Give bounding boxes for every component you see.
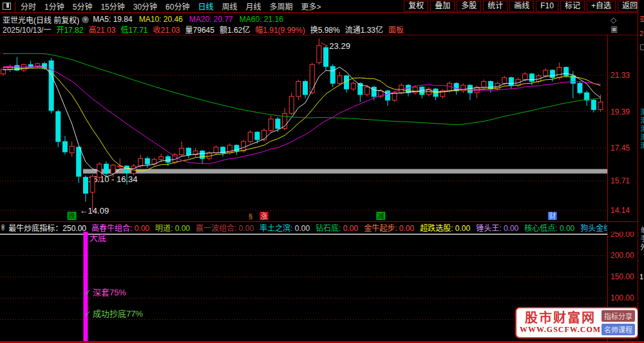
date-label: 2025/10/13/一 xyxy=(3,24,51,35)
period-tab[interactable]: 1分钟 xyxy=(44,1,64,12)
ma-value: MA60: 21.16 xyxy=(240,15,283,24)
indicator-item: 核心低点: 0.00 xyxy=(524,223,574,232)
watermark-site: 股市财富网 xyxy=(519,311,601,325)
candle-body xyxy=(509,78,513,86)
toolbar-button[interactable]: 画线 xyxy=(509,1,534,12)
candle-body xyxy=(255,132,260,140)
period-tab[interactable]: 30分钟 xyxy=(133,1,157,12)
clipped-sidebar-glyphs: 单手外 xyxy=(639,227,644,252)
candle-body xyxy=(330,66,335,83)
candle-body xyxy=(166,156,170,162)
signal-marker: 涨 xyxy=(261,212,268,220)
quote-info-row: 2025/10/13/一 开17.82高21.03低17.71收21.03量79… xyxy=(3,24,409,34)
ma-value: MA5: 19.84 xyxy=(93,15,132,24)
candle-body xyxy=(111,165,115,173)
toolbar-button[interactable]: 叠加 xyxy=(430,1,455,12)
y-axis-label: 17.45 xyxy=(611,144,630,153)
candle-body xyxy=(523,74,527,80)
y-axis-label: 200.00 xyxy=(611,251,634,260)
panel-link[interactable]: 面板 xyxy=(388,24,404,35)
period-tab[interactable]: 月线 xyxy=(246,1,261,12)
candle-body xyxy=(90,176,95,192)
peak-arrow xyxy=(321,43,328,46)
candle-body xyxy=(406,85,410,93)
y-axis-label: 21.33 xyxy=(611,71,630,80)
period-tab[interactable]: 多周期 xyxy=(270,1,293,12)
candle-body xyxy=(372,87,376,97)
period-tab[interactable]: 日线 xyxy=(198,1,213,12)
indicator-item: 率土之滨: 0.00 xyxy=(260,223,310,232)
quote-field: 低17.71 xyxy=(120,24,147,35)
candle-body xyxy=(578,83,582,93)
toolbar-button[interactable]: 统计 xyxy=(483,1,507,12)
y-axis-label: 150.00 xyxy=(611,272,634,281)
candle-body xyxy=(269,119,273,131)
quote-field: 收21.03 xyxy=(153,24,180,35)
candle-body xyxy=(585,93,589,100)
y-axis-label: 250.00 xyxy=(611,232,634,239)
indicator-item: 赢一波组合: 0.00 xyxy=(196,223,254,232)
candle-body xyxy=(324,48,328,66)
candle-body xyxy=(345,76,349,89)
indicator-title: 最牛炒底指标：250.00 xyxy=(8,223,86,232)
ma-values: MA5: 19.84MA10: 20.46MA20: 20.77MA60: 21… xyxy=(93,15,290,24)
y-axis-label: 100.00 xyxy=(611,293,634,302)
chevron-down-circle-icon[interactable]: ˅ xyxy=(1,224,5,231)
period-tabs: 分时1分钟5分钟15分钟30分钟60分钟日线周线月线多周期更多> xyxy=(21,1,330,12)
period-tab[interactable]: 更多> xyxy=(301,1,321,12)
indicator-header: ˅ 最牛炒底指标：250.00 高春牛组合: 0.00明道: 0.00赢一波组合… xyxy=(1,223,607,232)
indicator-annotation: 深套75% xyxy=(93,288,126,297)
price-annotation: ←14.09 xyxy=(80,206,109,216)
candle-body xyxy=(21,64,26,70)
quote-field: 额1.62亿 xyxy=(220,24,250,35)
indicator-item: 钻石底: 0.00 xyxy=(316,223,358,232)
watermark-text: 股市财富网 WWW.GSCFW.COM xyxy=(519,311,601,335)
candle-body xyxy=(550,70,554,78)
candle-body xyxy=(289,97,294,113)
right-sidebar-strip[interactable]: 亚2▢测测测测测单手外1 xyxy=(638,0,644,343)
main-candlestick-chart[interactable]: 21.3319.3917.4515.7114.1416.10 - 16.3423… xyxy=(0,35,638,221)
period-tab[interactable]: 周线 xyxy=(222,1,237,12)
period-tab[interactable]: 60分钟 xyxy=(166,1,189,12)
price-annotation: 23.29 xyxy=(329,41,350,51)
panel-divider xyxy=(0,221,644,222)
candle-body xyxy=(385,91,390,100)
indicator-item: 超跌选股: 0.00 xyxy=(420,223,470,232)
candle-body xyxy=(317,46,321,62)
candle-body xyxy=(56,111,61,142)
check-icon: ✓ xyxy=(84,288,91,297)
candle-body xyxy=(544,70,548,76)
period-tab[interactable]: 5分钟 xyxy=(73,1,93,12)
trading-app-window: 分时1分钟5分钟15分钟30分钟60分钟日线周线月线多周期更多> 复权叠加多股统… xyxy=(0,0,644,343)
window-icon[interactable] xyxy=(3,3,11,10)
chevron-down-circle-icon[interactable]: ˅ xyxy=(82,16,89,23)
candle-body xyxy=(77,147,81,176)
toolbar-button[interactable]: 标记 xyxy=(560,1,585,12)
period-tab[interactable]: 分时 xyxy=(21,1,36,12)
candle-body xyxy=(49,60,53,110)
period-tab[interactable]: 15分钟 xyxy=(100,1,124,12)
toolbar-button[interactable]: 复权 xyxy=(404,1,428,12)
toolbar-button[interactable]: +自选 xyxy=(587,1,616,12)
quote-field: 量79645 xyxy=(185,24,214,35)
candle-body xyxy=(276,119,280,129)
candle-body xyxy=(262,130,267,140)
y-axis-label: 15.71 xyxy=(611,176,630,185)
candle-body xyxy=(242,142,246,151)
toolbar-button[interactable]: F10 xyxy=(536,1,558,12)
candle-body xyxy=(248,132,252,142)
candle-body xyxy=(104,164,108,174)
candle-body xyxy=(138,158,143,166)
toolbar-button[interactable]: 多股 xyxy=(457,1,481,12)
stock-title: 亚世光电(日线 前复权) xyxy=(3,14,79,25)
indicator-item: 高春牛组合: 0.00 xyxy=(91,223,149,232)
candle-body xyxy=(310,64,314,93)
quote-field: 幅1.91(9.99%) xyxy=(255,24,305,35)
quote-field: 流通1.33亿 xyxy=(345,24,383,35)
support-zone xyxy=(83,169,607,174)
check-icon: ✓ xyxy=(84,309,91,319)
indicator-item: 明道: 0.00 xyxy=(155,223,190,232)
quote-field: 换5.98% xyxy=(310,24,340,35)
candle-body xyxy=(200,151,205,159)
stock-info-row: 亚世光电(日线 前复权) ˅ MA5: 19.84MA10: 20.46MA20… xyxy=(3,14,290,24)
